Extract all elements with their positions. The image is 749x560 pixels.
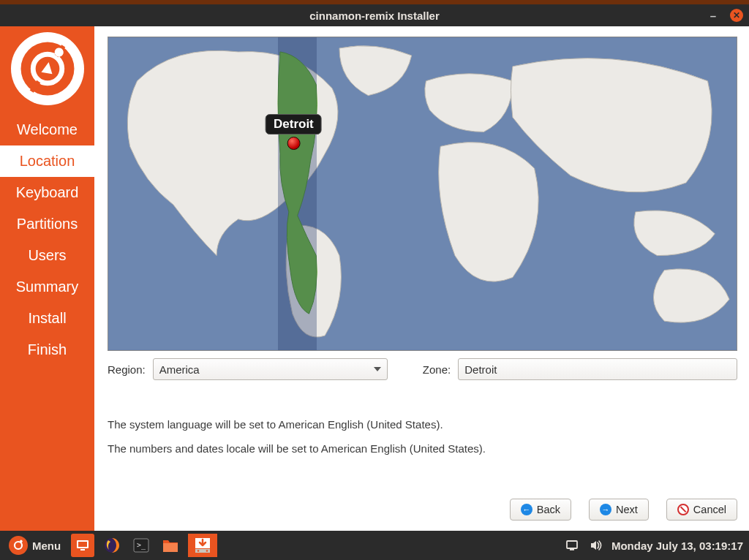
world-map-svg <box>108 37 737 350</box>
desktop-panel: Menu >_ Monday July 13, 03:19:17 <box>0 531 749 560</box>
region-zone-row: Region: America Zone: Detroit <box>108 358 737 380</box>
window-minimize-button[interactable]: – <box>707 9 720 22</box>
svg-rect-12 <box>78 542 87 547</box>
svg-rect-22 <box>567 541 577 548</box>
region-select[interactable]: America <box>153 358 388 380</box>
installer-window: Welcome Location Keyboard Partitions Use… <box>0 26 749 531</box>
timezone-band-highlight <box>278 37 317 350</box>
svg-point-21 <box>206 550 208 552</box>
installer-icon <box>194 537 211 554</box>
tray-network[interactable] <box>565 538 579 553</box>
svg-text:>_: >_ <box>137 541 146 550</box>
sidebar-step-location[interactable]: Location <box>0 145 94 177</box>
terminal-icon: >_ <box>133 537 149 553</box>
zone-label: Zone: <box>423 363 451 376</box>
sidebar-step-summary[interactable]: Summary <box>0 271 94 303</box>
next-button-label: Next <box>616 504 638 515</box>
speaker-icon <box>589 539 602 552</box>
menu-logo-icon <box>9 536 28 555</box>
panel-menu-label: Menu <box>32 540 61 552</box>
desktop-icon <box>75 538 90 553</box>
svg-rect-17 <box>163 543 178 552</box>
arrow-left-icon: ← <box>521 504 532 515</box>
cancel-icon <box>677 504 689 515</box>
location-pin-label: Detroit <box>266 114 322 135</box>
wizard-footer: ← Back → Next Cancel <box>108 493 737 523</box>
svg-point-20 <box>197 550 200 552</box>
back-button-label: Back <box>537 504 560 515</box>
sidebar-step-finish[interactable]: Finish <box>0 334 94 366</box>
cancel-button[interactable]: Cancel <box>666 499 737 521</box>
zone-select-value: Detroit <box>464 363 497 376</box>
taskbar-firefox[interactable] <box>100 534 124 557</box>
sidebar-step-partitions[interactable]: Partitions <box>0 208 94 240</box>
firefox-icon <box>103 537 121 554</box>
folder-icon <box>162 537 179 553</box>
taskbar-terminal[interactable]: >_ <box>129 534 153 557</box>
svg-rect-13 <box>80 549 85 550</box>
taskbar-installer[interactable] <box>188 534 217 557</box>
sidebar-step-keyboard[interactable]: Keyboard <box>0 177 94 208</box>
locale-info: The system language will be set to Ameri… <box>108 418 737 466</box>
panel-menu-button[interactable]: Menu <box>4 536 65 555</box>
ubuntu-cinnamon-icon <box>20 41 75 97</box>
sidebar-step-welcome[interactable]: Welcome <box>0 114 94 145</box>
taskbar-show-desktop[interactable] <box>71 534 94 557</box>
window-close-button[interactable]: ✕ <box>730 9 743 22</box>
back-button[interactable]: ← Back <box>510 499 571 521</box>
location-pin[interactable]: Detroit <box>266 114 322 150</box>
region-select-value: America <box>159 363 200 376</box>
cancel-button-label: Cancel <box>693 504 726 515</box>
sidebar-step-install[interactable]: Install <box>0 303 94 334</box>
chevron-down-icon <box>374 367 381 371</box>
zone-select[interactable]: Detroit <box>458 358 737 380</box>
taskbar-files[interactable] <box>159 534 182 557</box>
arrow-right-icon: → <box>600 504 611 515</box>
next-button[interactable]: → Next <box>589 499 649 521</box>
installer-content: Detroit Region: America Zone: Detroit Th… <box>94 26 749 531</box>
distro-logo <box>11 32 84 105</box>
timezone-map[interactable]: Detroit <box>108 37 737 351</box>
sidebar-step-users[interactable]: Users <box>0 240 94 271</box>
window-title: cinnamon-remix Installer <box>309 10 440 22</box>
network-icon <box>565 539 579 552</box>
window-titlebar: cinnamon-remix Installer – ✕ <box>0 4 749 26</box>
tray-sound[interactable] <box>588 538 603 553</box>
locale-numbers-line: The numbers and dates locale will be set… <box>108 442 737 455</box>
location-pin-dot-icon <box>287 137 300 150</box>
svg-rect-23 <box>570 549 574 550</box>
installer-sidebar: Welcome Location Keyboard Partitions Use… <box>0 26 94 531</box>
svg-point-9 <box>15 542 22 549</box>
locale-language-line: The system language will be set to Ameri… <box>108 418 737 431</box>
region-label: Region: <box>108 363 146 376</box>
panel-clock[interactable]: Monday July 13, 03:19:17 <box>611 540 743 552</box>
